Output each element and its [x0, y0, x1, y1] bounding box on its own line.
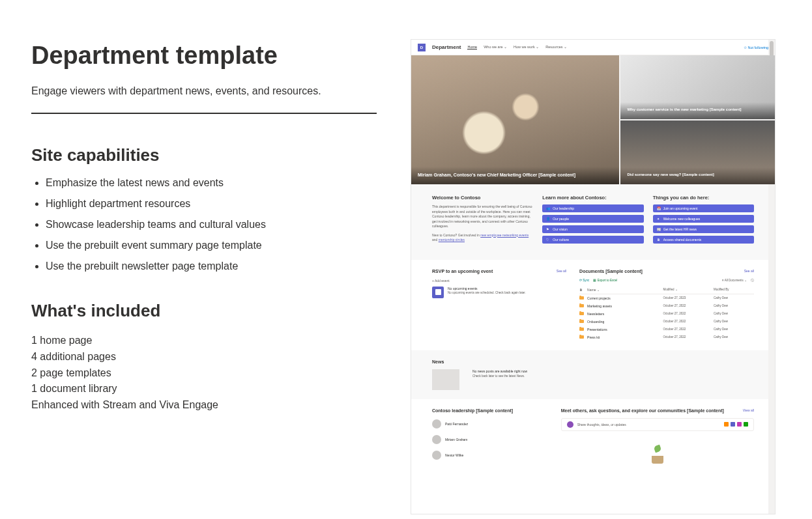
doc-name: Current projects	[587, 296, 663, 300]
site-name[interactable]: Department	[432, 44, 461, 50]
avatar	[432, 419, 441, 428]
engage-reaction-icon[interactable]	[744, 422, 748, 427]
btn-shared-docs[interactable]: 🗎Access shared documents	[653, 236, 754, 244]
capability-item: Emphasize the latest news and events	[46, 177, 377, 189]
export-excel-button[interactable]: ▦ Export to Excel	[593, 279, 617, 282]
doc-modified: October 27, 2022	[663, 328, 714, 331]
no-events-title: No upcoming events	[448, 287, 526, 291]
hero-top-tile[interactable]: Why customer service is the new marketin…	[620, 55, 775, 119]
doc-name: Newsletters	[587, 312, 663, 316]
welcome-section: Welcome to Contoso This department is re…	[411, 184, 775, 260]
learn-more-title: Learn more about Contoso:	[542, 195, 643, 201]
template-preview-screenshot: D Department Home Who we are ⌄ How we wo…	[411, 39, 776, 514]
person-card[interactable]: Miriam Graham	[432, 435, 548, 444]
btn-hr-news[interactable]: 📰Get the latest HR news	[653, 225, 754, 233]
site-header: D Department Home Who we are ⌄ How we wo…	[411, 40, 775, 55]
col-modified[interactable]: Modified ⌄	[663, 288, 714, 292]
no-events-sub: No upcoming events are scheduled. Check …	[448, 291, 526, 294]
nav-how-we-work[interactable]: How we work ⌄	[514, 45, 539, 49]
news-title: News	[432, 359, 754, 364]
hero-section: Miriam Graham, Contoso's new Chief Marke…	[411, 55, 775, 184]
person-card[interactable]: Nestor Wilke	[432, 451, 548, 460]
info-icon[interactable]: ⓘ	[751, 279, 754, 282]
docs-see-all[interactable]: See all	[744, 269, 754, 273]
things-title: Things you can do here:	[653, 195, 754, 201]
doc-modified: October 27, 2022	[663, 320, 714, 323]
table-row[interactable]: NewslettersOctober 27, 2022Cathy Dew	[579, 310, 754, 318]
site-logo[interactable]: D	[418, 44, 426, 51]
hero-bottom-caption: Did someone say new swag? [Sample conten…	[620, 167, 775, 184]
news-placeholder-thumb	[432, 369, 459, 390]
flag-icon: ⚑	[546, 227, 550, 231]
rsvp-title: RSVP to an upcoming event	[432, 269, 493, 274]
hero-main-tile[interactable]: Miriam Graham, Contoso's new Chief Marke…	[411, 55, 619, 184]
folder-icon	[579, 328, 584, 331]
documents-table: 🗎 Name ⌄ Modified ⌄ Modified By Current …	[579, 286, 754, 341]
welcome-link-mentorship[interactable]: mentorship circles	[439, 238, 465, 242]
engage-view-all[interactable]: View all	[743, 408, 754, 412]
chevron-down-icon: ⌄	[564, 45, 567, 49]
doc-name: Presentations	[587, 328, 663, 331]
included-item: 1 home page	[31, 333, 377, 349]
avatar	[432, 435, 441, 444]
sync-button[interactable]: ⟳ Sync	[579, 279, 589, 282]
engage-reaction-icon[interactable]	[737, 422, 742, 427]
engage-placeholder: Share thoughts, ideas, or updates	[577, 423, 626, 427]
btn-our-people[interactable]: 👤Our people	[542, 215, 643, 223]
welcome-cta: New to Contoso? Get involved in new empl…	[432, 233, 533, 243]
btn-our-culture[interactable]: ♡Our culture	[542, 236, 643, 244]
hero-bottom-tile[interactable]: Did someone say new swag? [Sample conten…	[620, 120, 775, 184]
capability-item: Use the prebuilt event summary page temp…	[46, 240, 377, 251]
col-name[interactable]: Name ⌄	[587, 288, 663, 292]
btn-our-leadership[interactable]: 👥Our leadership	[542, 204, 643, 212]
events-documents-section: RSVP to an upcoming event See all + Add …	[411, 260, 775, 350]
included-item: 2 page templates	[31, 365, 377, 382]
folder-icon	[579, 320, 584, 323]
person-card[interactable]: Patti Fernandez	[432, 419, 548, 428]
nav-who-we-are[interactable]: Who we are ⌄	[484, 45, 507, 49]
rsvp-column: RSVP to an upcoming event See all + Add …	[432, 269, 566, 341]
nav-resources[interactable]: Resources ⌄	[545, 45, 567, 49]
welcome-title: Welcome to Contoso	[432, 195, 533, 201]
people-icon: 👥	[546, 206, 550, 210]
doc-modified: October 27, 2022	[663, 304, 714, 307]
calendar-tile-icon	[432, 287, 444, 298]
nav-home[interactable]: Home	[467, 45, 477, 49]
table-row[interactable]: Press kitOctober 27, 2022Cathy Dew	[579, 333, 754, 341]
docs-toolbar: ⟳ Sync ▦ Export to Excel ≡ All Documents…	[579, 279, 754, 282]
add-event-button[interactable]: + Add event	[432, 279, 566, 283]
rsvp-see-all[interactable]: See all	[557, 269, 566, 273]
engage-reaction-icon[interactable]	[724, 422, 729, 427]
chevron-down-icon: ⌄	[504, 45, 507, 49]
engage-composer[interactable]: Share thoughts, ideas, or updates	[561, 418, 754, 431]
included-heading: What's included	[31, 301, 377, 321]
page-title: Department template	[31, 42, 377, 70]
table-row[interactable]: OnboardingOctober 27, 2022Cathy Dew	[579, 318, 754, 326]
engage-title: Meet others, ask questions, and explore …	[561, 408, 724, 413]
avatar	[567, 421, 573, 428]
btn-welcome-colleagues[interactable]: ✦Welcome new colleagues	[653, 215, 754, 223]
included-item: 4 additional pages	[31, 349, 377, 365]
btn-join-event[interactable]: 📅Join an upcoming event	[653, 204, 754, 212]
news-section: News No news posts are available right n…	[411, 350, 775, 399]
[interactable]	[731, 422, 735, 427]
doc-name: Marketing assets	[587, 304, 663, 308]
col-modified-by[interactable]: Modified By	[714, 288, 754, 292]
person-icon: 👤	[546, 217, 550, 221]
sparkle-icon: ✦	[657, 217, 661, 221]
table-row[interactable]: Current projectsOctober 27, 2023Cathy De…	[579, 294, 754, 302]
table-row[interactable]: PresentationsOctober 27, 2022Cathy Dew	[579, 326, 754, 333]
engage-column: Meet others, ask questions, and explore …	[561, 408, 754, 466]
view-selector[interactable]: ≡ All Documents ⌄	[722, 279, 747, 282]
btn-our-vision[interactable]: ⚑Our vision	[542, 225, 643, 233]
capability-item: Highlight department resources	[46, 198, 377, 210]
table-row[interactable]: Marketing assetsOctober 27, 2022Cathy De…	[579, 302, 754, 310]
leadership-title: Contoso leadership [Sample content]	[432, 408, 548, 413]
welcome-link-networking[interactable]: new employee networking events	[480, 233, 529, 237]
folder-icon	[579, 304, 584, 307]
included-item: Enhanced with Stream and Viva Engage	[31, 397, 377, 414]
hero-top-caption: Why customer service is the new marketin…	[620, 102, 775, 119]
follow-button[interactable]: ☆ Not following	[744, 46, 769, 49]
leadership-column: Contoso leadership [Sample content] Patt…	[432, 408, 548, 466]
avatar	[432, 451, 441, 460]
